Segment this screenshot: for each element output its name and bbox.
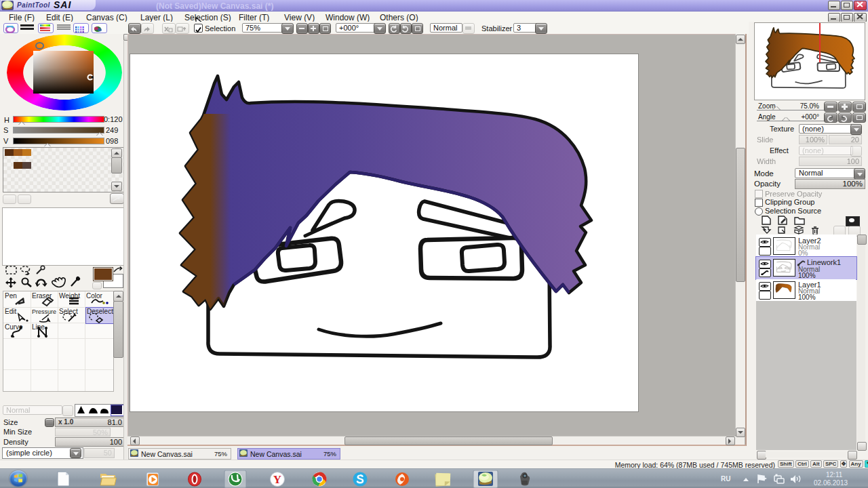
- svg-text:Y: Y: [273, 473, 281, 486]
